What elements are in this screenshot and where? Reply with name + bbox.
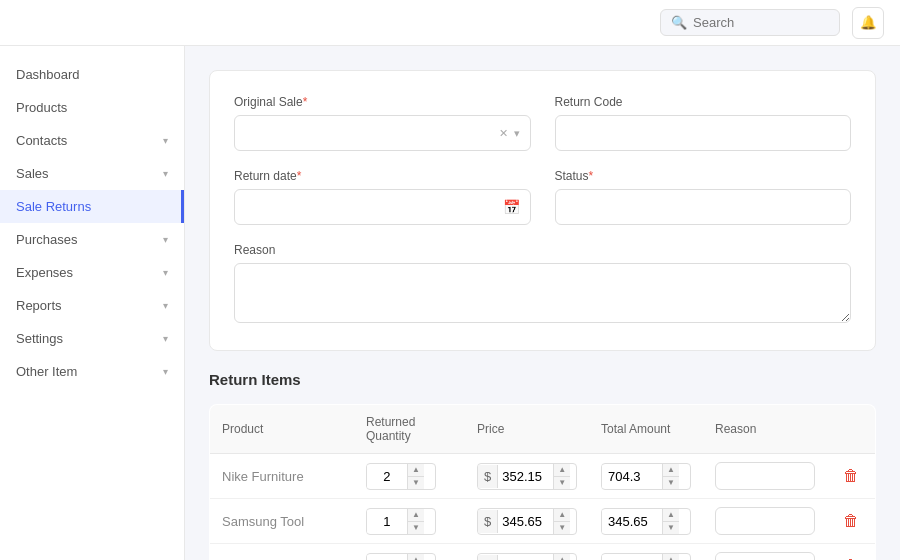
product-input-0[interactable] [222,469,342,484]
reason-group: Reason [234,243,851,326]
sidebar-item-label: Reports [16,298,62,313]
delete-row-button-0[interactable]: 🗑 [839,465,863,487]
delete-row-button-2[interactable]: 🗑 [839,555,863,560]
price-input-1[interactable] [498,510,553,533]
total-up-2[interactable]: ▲ [663,554,679,561]
qty-input-0[interactable] [367,465,407,488]
return-date-label: Return date* [234,169,531,183]
clear-icon[interactable]: ✕ [499,127,508,140]
return-date-group: Return date* 15 / 01 / 2025 📅 [234,169,531,225]
price-down-1[interactable]: ▼ [554,522,570,534]
sidebar-item-label: Dashboard [16,67,80,82]
search-icon: 🔍 [671,15,687,30]
total-spinners-2: ▲ ▼ [662,554,679,561]
reason-textarea[interactable] [234,263,851,323]
dropdown-icon[interactable]: ▾ [514,127,520,140]
price-up-1[interactable]: ▲ [554,509,570,522]
items-table: Product Returned Quantity Price Total Am… [209,404,876,560]
col-qty: Returned Quantity [354,405,465,454]
reason-label: Reason [234,243,851,257]
col-price: Price [465,405,589,454]
qty-spinners-2: ▲ ▼ [407,554,424,561]
sidebar-item-dashboard[interactable]: Dashboard [0,58,184,91]
return-code-label: Return Code [555,95,852,109]
original-sale-input[interactable]: SL-69430 [245,126,499,141]
total-down-0[interactable]: ▼ [663,477,679,489]
sidebar-item-label: Sale Returns [16,199,91,214]
total-input-0[interactable] [602,465,662,488]
sidebar-item-sale-returns[interactable]: Sale Returns [0,190,184,223]
table-row: ▲ ▼ $ ▲ ▼ ▲ ▼ [210,544,876,561]
search-input[interactable] [693,15,829,30]
dollar-sign-1: $ [478,510,498,533]
price-up-0[interactable]: ▲ [554,464,570,477]
price-cell-0: $ ▲ ▼ [465,454,589,499]
price-down-0[interactable]: ▼ [554,477,570,489]
sidebar-item-label: Other Item [16,364,77,379]
qty-input-1[interactable] [367,510,407,533]
total-up-0[interactable]: ▲ [663,464,679,477]
top-bar: 🔍 🔔 [0,0,900,46]
price-spinners-1: ▲ ▼ [553,509,570,534]
return-code-input[interactable]: RET-00001 [555,115,852,151]
sidebar-item-contacts[interactable]: Contacts▾ [0,124,184,157]
search-box[interactable]: 🔍 [660,9,840,36]
qty-input-2[interactable] [367,555,407,561]
total-up-1[interactable]: ▲ [663,509,679,522]
qty-up-0[interactable]: ▲ [408,464,424,477]
col-total: Total Amount [589,405,703,454]
sidebar-item-label: Products [16,100,67,115]
status-group: Status* Pending [555,169,852,225]
chevron-icon: ▾ [163,135,168,146]
sidebar-item-label: Settings [16,331,63,346]
total-cell-2: ▲ ▼ [589,544,703,561]
qty-spinners-0: ▲ ▼ [407,464,424,489]
status-input[interactable]: Pending [555,189,852,225]
product-input-1[interactable] [222,514,342,529]
qty-up-1[interactable]: ▲ [408,509,424,522]
sidebar-item-expenses[interactable]: Expenses▾ [0,256,184,289]
reason-input-0[interactable] [715,462,815,490]
sidebar-item-label: Purchases [16,232,77,247]
reason-input-2[interactable] [715,552,815,560]
app-wrapper: 🔍 🔔 DashboardProductsContacts▾Sales▾Sale… [0,0,900,560]
total-spinners-1: ▲ ▼ [662,509,679,534]
sidebar-item-label: Contacts [16,133,67,148]
price-spinners-2: ▲ ▼ [553,554,570,561]
sidebar-item-settings[interactable]: Settings▾ [0,322,184,355]
table-row: ▲ ▼ $ ▲ ▼ ▲ ▼ [210,454,876,499]
price-input-2[interactable] [498,555,553,561]
required-marker-2: * [297,169,302,183]
notification-button[interactable]: 🔔 [852,7,884,39]
sidebar-item-sales[interactable]: Sales▾ [0,157,184,190]
reason-input-1[interactable] [715,507,815,535]
delete-row-button-1[interactable]: 🗑 [839,510,863,532]
status-label: Status* [555,169,852,183]
chevron-icon: ▾ [163,267,168,278]
chevron-icon: ▾ [163,168,168,179]
original-sale-label: Original Sale* [234,95,531,109]
chevron-icon: ▾ [163,234,168,245]
price-input-0[interactable] [498,465,553,488]
price-cell-1: $ ▲ ▼ [465,499,589,544]
total-spinners-0: ▲ ▼ [662,464,679,489]
form-row-2: Return date* 15 / 01 / 2025 📅 Status* Pe… [234,169,851,225]
qty-down-1[interactable]: ▼ [408,522,424,534]
qty-down-0[interactable]: ▼ [408,477,424,489]
price-cell-2: $ ▲ ▼ [465,544,589,561]
price-spinners-0: ▲ ▼ [553,464,570,489]
price-up-2[interactable]: ▲ [554,554,570,561]
calendar-icon[interactable]: 📅 [503,199,520,215]
sidebar-item-reports[interactable]: Reports▾ [0,289,184,322]
sidebar-item-purchases[interactable]: Purchases▾ [0,223,184,256]
return-date-input[interactable]: 15 / 01 / 2025 [245,200,503,215]
qty-up-2[interactable]: ▲ [408,554,424,561]
total-down-1[interactable]: ▼ [663,522,679,534]
total-input-1[interactable] [602,510,662,533]
product-cell-1 [210,499,354,544]
sidebar-item-other-item[interactable]: Other Item▾ [0,355,184,388]
sidebar-item-products[interactable]: Products [0,91,184,124]
total-input-2[interactable] [602,555,662,561]
chevron-icon: ▾ [163,300,168,311]
col-product: Product [210,405,354,454]
